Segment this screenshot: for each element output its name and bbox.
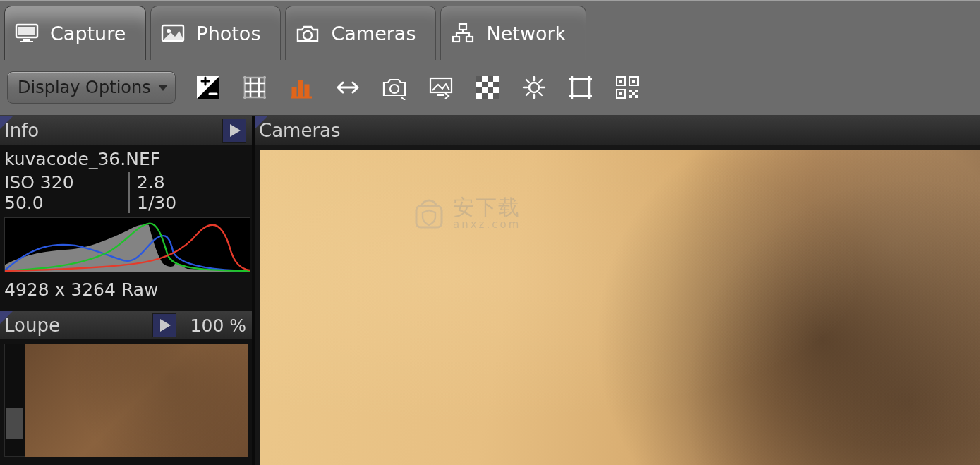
- svg-rect-18: [476, 76, 482, 82]
- sun-icon[interactable]: [520, 73, 548, 102]
- svg-point-14: [390, 85, 399, 93]
- svg-rect-2: [23, 39, 30, 41]
- svg-rect-27: [572, 79, 589, 96]
- info-shutter: 1/30: [137, 193, 176, 213]
- svg-rect-31: [632, 80, 635, 83]
- svg-rect-29: [619, 80, 622, 83]
- svg-rect-9: [466, 37, 473, 42]
- tab-cameras[interactable]: Cameras: [285, 6, 436, 60]
- app-root: Capture Photos Cameras Network Display O…: [0, 0, 980, 465]
- bag-shield-icon: [412, 196, 446, 230]
- main-tabstrip: Capture Photos Cameras Network: [0, 0, 980, 60]
- horizontal-arrows-icon[interactable]: [334, 73, 362, 102]
- watermark-text-small: anxz.com: [453, 219, 521, 230]
- svg-rect-24: [482, 93, 488, 99]
- svg-rect-12: [298, 80, 303, 97]
- info-play-button[interactable]: [222, 119, 246, 143]
- svg-rect-36: [629, 95, 632, 98]
- loupe-scrollbar[interactable]: [4, 344, 25, 457]
- tab-capture[interactable]: Capture: [4, 6, 146, 60]
- svg-rect-19: [488, 76, 493, 82]
- info-focal: 50.0: [4, 193, 128, 213]
- svg-rect-22: [476, 87, 482, 93]
- loupe-panel-header: Loupe 100 %: [0, 311, 252, 339]
- svg-point-5: [167, 29, 171, 33]
- image-viewer[interactable]: 安下载 anxz.com: [260, 150, 980, 465]
- info-resolution: 4928 x 3264 Raw: [4, 279, 248, 300]
- svg-rect-25: [493, 93, 499, 99]
- svg-rect-40: [416, 206, 442, 227]
- workspace-body: Info kuvacode_36.NEF ISO 320 50.0 2.8 1/…: [0, 115, 980, 465]
- svg-rect-1: [18, 27, 35, 35]
- info-panel-header: Info: [0, 116, 252, 145]
- left-sidebar: Info kuvacode_36.NEF ISO 320 50.0 2.8 1/…: [0, 116, 255, 465]
- panel-notch-icon: [255, 116, 267, 129]
- info-filename: kuvacode_36.NEF: [4, 149, 248, 169]
- loupe-play-button[interactable]: [152, 313, 176, 337]
- tab-photos[interactable]: Photos: [150, 6, 281, 60]
- watermark-text-big: 安下载: [453, 197, 521, 218]
- main-viewer-area: Cameras 安下载 anxz.com: [255, 116, 980, 465]
- panel-notch-icon: [0, 116, 13, 129]
- svg-rect-13: [305, 85, 309, 97]
- loupe-view: [4, 344, 248, 457]
- histogram-display: [4, 217, 250, 272]
- checkerboard-icon[interactable]: [473, 73, 502, 102]
- svg-rect-37: [632, 92, 635, 95]
- tab-label: Cameras: [331, 23, 416, 44]
- toolbar: Display Options: [0, 60, 980, 115]
- display-options-dropdown[interactable]: Display Options: [7, 71, 176, 104]
- loupe-preview-image[interactable]: [25, 344, 248, 457]
- svg-rect-7: [459, 24, 466, 30]
- grid-tool-icon[interactable]: [241, 73, 269, 102]
- camera-icon: [296, 23, 320, 44]
- display-options-label: Display Options: [18, 78, 151, 97]
- info-iso: ISO 320: [4, 172, 128, 193]
- qr-code-icon[interactable]: [613, 73, 641, 102]
- svg-rect-8: [453, 37, 459, 42]
- svg-rect-21: [493, 82, 499, 87]
- exposure-tool-icon[interactable]: [194, 73, 222, 102]
- svg-point-6: [303, 31, 312, 40]
- info-panel-body: kuvacode_36.NEF ISO 320 50.0 2.8 1/30: [0, 145, 252, 304]
- watermark: 安下载 anxz.com: [412, 196, 521, 230]
- svg-rect-33: [619, 92, 622, 95]
- tab-label: Capture: [50, 23, 126, 44]
- scrollbar-thumb[interactable]: [6, 408, 23, 439]
- monitor-icon: [15, 23, 39, 44]
- crop-frame-icon[interactable]: [567, 73, 595, 102]
- svg-rect-11: [292, 87, 296, 97]
- histogram-tool-icon[interactable]: [287, 73, 315, 102]
- monitor-image-icon[interactable]: [427, 73, 455, 102]
- svg-rect-15: [430, 78, 452, 92]
- picture-icon: [161, 23, 185, 44]
- svg-rect-23: [488, 87, 493, 93]
- tab-network[interactable]: Network: [440, 6, 586, 60]
- svg-point-26: [529, 83, 539, 92]
- camera-settings-icon[interactable]: [380, 73, 409, 102]
- info-metadata-grid: ISO 320 50.0 2.8 1/30: [4, 172, 248, 213]
- tab-label: Photos: [196, 23, 260, 44]
- svg-rect-3: [20, 41, 33, 42]
- main-panel-title: Cameras: [259, 120, 341, 141]
- panel-notch-icon: [0, 311, 13, 324]
- main-panel-header: Cameras: [255, 116, 980, 145]
- network-icon: [451, 23, 475, 44]
- svg-rect-35: [635, 90, 638, 92]
- svg-rect-20: [482, 82, 488, 87]
- svg-rect-38: [635, 95, 638, 98]
- svg-rect-16: [437, 94, 444, 96]
- caret-down-icon: [158, 85, 168, 91]
- tab-label: Network: [486, 23, 566, 44]
- svg-rect-34: [629, 90, 632, 92]
- info-aperture: 2.8: [137, 172, 176, 193]
- loupe-zoom-value: 100 %: [190, 315, 246, 336]
